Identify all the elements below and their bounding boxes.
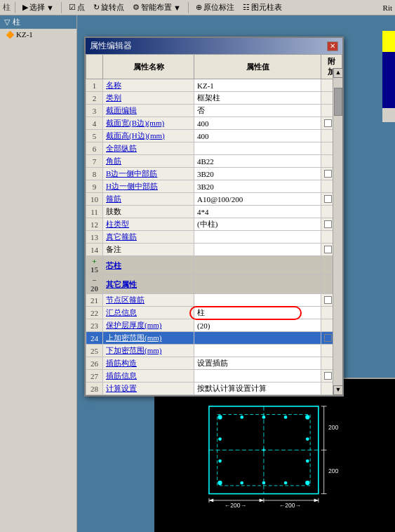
cursor-icon: ▶ [22, 3, 28, 12]
rotate-icon: ↻ [93, 3, 100, 12]
svg-point-13 [240, 415, 243, 419]
bar-blue [382, 52, 395, 108]
table-row[interactable]: 2类别框架柱 [86, 92, 342, 105]
col-num [86, 55, 103, 79]
svg-point-9 [218, 437, 222, 441]
cad-svg: 200 200 ←200→ ←200→ [154, 379, 395, 532]
row-num: 27 [86, 370, 103, 383]
checkbox[interactable] [324, 334, 332, 342]
table-row[interactable]: 26插筋构造设置插筋 [86, 357, 342, 370]
svg-point-10 [218, 459, 222, 463]
row-value[interactable]: KZ-1 [194, 79, 321, 92]
row-value[interactable]: 3B20 [194, 180, 321, 193]
smart-tool[interactable]: ⚙ 智能布置 ▼ [130, 1, 184, 13]
table-row[interactable]: 13真它箍筋 [86, 231, 342, 244]
sep1 [15, 2, 15, 13]
row-name: 计算设置 [103, 383, 194, 395]
svg-text:←200→: ←200→ [225, 502, 246, 509]
row-value[interactable]: 框架柱 [194, 92, 321, 105]
row-value[interactable]: 4B22 [194, 155, 321, 168]
checkbox[interactable] [324, 246, 332, 253]
table-row[interactable]: 9H边一侧中部筋3B20 [86, 180, 342, 193]
scrollbar[interactable]: ▲ ▼ [333, 68, 342, 395]
select-tool[interactable]: ▶ 选择 ▼ [20, 1, 57, 13]
row-value[interactable] [194, 332, 321, 345]
table-row[interactable]: 23保护层厚度(mm)(20) [86, 319, 342, 332]
row-value[interactable]: 按默认计算设置计算 [194, 383, 321, 395]
checkbox[interactable] [324, 220, 332, 228]
cad-drawing: 200 200 ←200→ ←200→ [154, 378, 395, 532]
row-value[interactable] [194, 142, 321, 155]
row-name: 下加密范围(mm) [103, 345, 194, 357]
row-num: 25 [86, 345, 103, 357]
row-value[interactable]: 400 [194, 130, 321, 142]
table-row[interactable]: 14备注 [86, 244, 342, 256]
table-row[interactable]: 11肢数4*4 [86, 206, 342, 218]
row-num: 3 [86, 105, 103, 117]
row-num: 21 [86, 294, 103, 307]
row-name: 截面宽(B边)(mm) [103, 117, 194, 130]
checkbox[interactable] [324, 170, 332, 178]
svg-point-6 [305, 415, 309, 419]
svg-point-14 [262, 415, 266, 419]
tree-root[interactable]: 🔶 KZ-1 [0, 29, 76, 40]
row-name: 截面高(H边)(mm) [103, 130, 194, 142]
row-num: 24 [86, 332, 103, 345]
table-row[interactable]: 4截面宽(B边)(mm)400 [86, 117, 342, 130]
property-table: 属性名称 属性值 附加 1名称KZ-12类别框架柱3截面编辑否4截面宽(B边)(… [86, 54, 342, 395]
table-row[interactable]: 5截面高(H边)(mm)400 [86, 130, 342, 142]
point-tool[interactable]: ☑ 点 [66, 1, 88, 13]
row-value[interactable]: 400 [194, 117, 321, 130]
row-name: 名称 [103, 79, 194, 92]
row-num: 14 [86, 244, 103, 256]
row-value[interactable] [194, 345, 321, 357]
row-value[interactable]: 3B20 [194, 168, 321, 180]
row-num: 13 [86, 231, 103, 244]
row-value[interactable]: 否 [194, 105, 321, 117]
table-row[interactable]: 25下加密范围(mm) [86, 345, 342, 357]
table-row[interactable]: 24上加密范围(mm) [86, 332, 342, 345]
row-name: 肢数 [103, 206, 194, 218]
table-row[interactable]: 8B边一侧中部筋3B20 [86, 168, 342, 180]
row-value[interactable] [194, 275, 321, 294]
scroll-up-button[interactable]: ▲ [333, 68, 342, 78]
row-value[interactable]: (20) [194, 319, 321, 332]
row-name: 箍筋 [103, 193, 194, 206]
table-row[interactable]: 6全部纵筋 [86, 142, 342, 155]
row-value[interactable]: 设置插筋 [194, 357, 321, 370]
row-value[interactable]: A10@100/200 [194, 193, 321, 206]
row-value[interactable] [194, 256, 321, 275]
checkbox[interactable] [324, 195, 332, 203]
table-row[interactable]: 28计算设置按默认计算设置计算 [86, 383, 342, 395]
row-value[interactable] [194, 370, 321, 383]
row-value[interactable] [194, 231, 321, 244]
column-tool[interactable]: ☷ 图元柱表 [240, 1, 285, 13]
row-num: 1 [86, 79, 103, 92]
checkbox[interactable] [324, 296, 332, 304]
row-num: 5 [86, 130, 103, 142]
table-row[interactable]: − 20其它属性 [86, 275, 342, 294]
row-name: 节点区箍筋 [103, 294, 194, 307]
row-value[interactable]: 柱 [194, 307, 321, 319]
row-value[interactable]: (中柱) [194, 218, 321, 231]
scroll-thumb[interactable] [334, 88, 342, 116]
table-row[interactable]: 3截面编辑否 [86, 105, 342, 117]
origin-icon: ⊕ [196, 3, 202, 12]
table-row[interactable]: 7角筋4B22 [86, 155, 342, 168]
row-value[interactable]: 4*4 [194, 206, 321, 218]
table-row[interactable]: 27插筋信息 [86, 370, 342, 383]
row-value[interactable] [194, 294, 321, 307]
checkbox[interactable] [324, 372, 332, 380]
checkbox[interactable] [324, 119, 332, 127]
table-row[interactable]: 1名称KZ-1 [86, 79, 342, 92]
scroll-down-button[interactable]: ▼ [333, 385, 342, 395]
table-row[interactable]: 12柱类型(中柱) [86, 218, 342, 231]
table-row[interactable]: + 15芯柱 [86, 256, 342, 275]
row-value[interactable] [194, 244, 321, 256]
rotate-tool[interactable]: ↻ 旋转点 [91, 1, 127, 13]
dialog-close-button[interactable]: ✕ [327, 41, 338, 51]
table-row[interactable]: 22汇总信息柱 [86, 307, 342, 319]
origin-tool[interactable]: ⊕ 原位标注 [193, 1, 237, 13]
table-row[interactable]: 10箍筋A10@100/200 [86, 193, 342, 206]
table-row[interactable]: 21节点区箍筋 [86, 294, 342, 307]
